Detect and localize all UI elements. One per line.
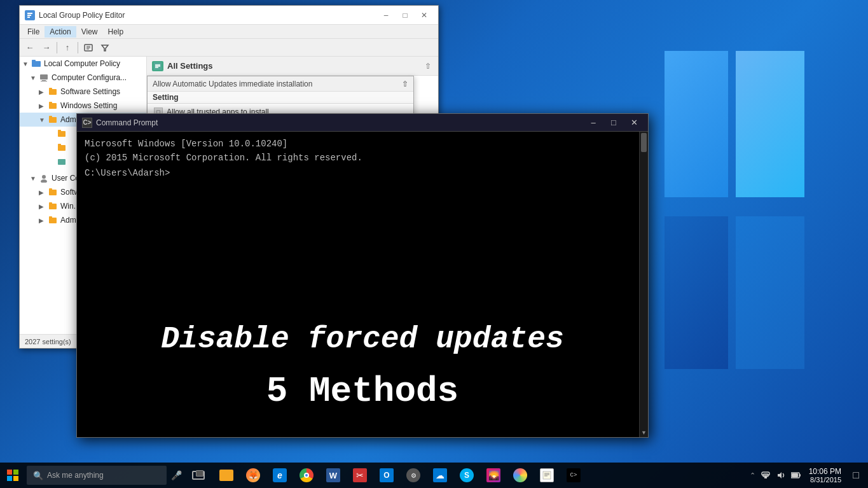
toolbar-separator-2 xyxy=(78,42,78,53)
taskbar-app-photos[interactable]: 🌄 xyxy=(481,463,506,488)
tree-label-sw: Software Settings xyxy=(60,87,120,96)
cmd-scroll-down[interactable]: ▼ xyxy=(640,428,648,437)
menu-action[interactable]: Action xyxy=(45,26,76,38)
clock-date: 8/31/2015 xyxy=(810,476,841,484)
svg-rect-15 xyxy=(49,88,52,90)
cmd-maximize-button[interactable]: □ xyxy=(605,116,623,129)
svg-rect-2 xyxy=(27,15,31,16)
svg-rect-17 xyxy=(49,102,52,104)
policy-selected-name: Allow Automatic Updates immediate instal… xyxy=(153,80,312,88)
taskbar-app-chrome[interactable] xyxy=(294,463,319,488)
svg-rect-23 xyxy=(58,144,61,146)
svg-rect-38 xyxy=(13,470,18,475)
cortana-mic-button[interactable]: 🎤 xyxy=(167,466,186,485)
svg-rect-42 xyxy=(221,471,225,473)
cmd-scrollbar[interactable]: ▲ ▼ xyxy=(639,132,648,437)
svg-rect-43 xyxy=(543,471,551,479)
svg-rect-30 xyxy=(49,202,52,204)
svg-rect-18 xyxy=(49,117,57,123)
tree-arrow-root: ▼ xyxy=(22,60,31,67)
svg-marker-8 xyxy=(102,45,108,51)
toolbar-up-button[interactable]: ↑ xyxy=(60,41,75,55)
toolbar-filter-button[interactable] xyxy=(97,41,113,55)
svg-rect-19 xyxy=(49,116,52,118)
policy-collapse-icon[interactable]: ⇧ xyxy=(402,80,408,88)
toolbar-forward-button[interactable]: → xyxy=(39,41,54,55)
tree-icon-uc xyxy=(39,173,49,183)
taskbar-clock[interactable]: 10:06 PM 8/31/2015 xyxy=(804,463,846,488)
cmd-titlebar: C> Command Prompt – □ ✕ xyxy=(77,114,648,132)
taskbar-app-firefox[interactable]: 🦊 xyxy=(240,463,266,488)
taskbar-app-skype[interactable]: S xyxy=(454,463,479,488)
overlay-subtitle: 5 Methods xyxy=(77,371,648,412)
toolbar-back-button[interactable]: ← xyxy=(22,41,38,55)
search-icon: 🔍 xyxy=(33,471,43,480)
taskbar-app-cmd[interactable]: C> xyxy=(561,463,586,488)
tree-icon-at-sub2 xyxy=(57,143,67,153)
cmd-window-controls: – □ ✕ xyxy=(584,116,643,129)
tree-icon-sw xyxy=(48,87,58,97)
tray-network-icon[interactable] xyxy=(758,463,773,488)
menu-view[interactable]: View xyxy=(76,26,103,38)
taskbar-app-outlook[interactable]: O xyxy=(374,463,399,488)
toolbar-properties-button[interactable] xyxy=(81,41,96,55)
tray-expand-button[interactable]: ⌃ xyxy=(747,471,758,480)
taskbar-app-edge[interactable]: e xyxy=(267,463,293,488)
tree-label-at-sub3 xyxy=(69,157,71,166)
gpe-close-button[interactable]: ✕ xyxy=(415,9,433,22)
svg-rect-1 xyxy=(27,13,32,14)
tree-icon-root xyxy=(31,59,41,69)
menu-file[interactable]: File xyxy=(22,26,45,38)
tree-arrow-ws: ▶ xyxy=(39,102,48,109)
tree-label-ws: Windows Setting xyxy=(60,101,117,110)
taskbar-app-notepad[interactable] xyxy=(534,463,560,488)
toolbar-separator-1 xyxy=(57,42,57,53)
tree-icon-uc-win xyxy=(48,201,58,211)
svg-rect-9 xyxy=(32,61,41,67)
taskbar-app-word[interactable]: W xyxy=(320,463,346,488)
tree-arrow-uc-win: ▶ xyxy=(39,203,48,210)
tree-item-software[interactable]: ▶ Software Settings xyxy=(20,85,146,99)
tray-battery-icon[interactable] xyxy=(789,463,804,488)
start-button[interactable] xyxy=(0,463,25,488)
svg-rect-41 xyxy=(221,473,232,480)
taskbar-app-onedrive[interactable]: ☁ xyxy=(427,463,453,488)
cmd-body: Microsoft Windows [Version 10.0.10240] (… xyxy=(77,132,648,437)
taskbar-search[interactable]: 🔍 Ask me anything xyxy=(27,466,167,485)
tree-label-at-sub2 xyxy=(69,143,71,152)
svg-rect-37 xyxy=(7,470,12,475)
svg-rect-28 xyxy=(49,188,52,190)
svg-rect-11 xyxy=(40,74,48,80)
status-count: 2027 setting(s) xyxy=(25,338,71,345)
taskbar-app-snip[interactable]: ✂ xyxy=(347,463,373,488)
taskbar-app-explorer[interactable] xyxy=(214,463,239,488)
tree-arrow-uc-adm: ▶ xyxy=(39,217,48,224)
gpe-titlebar: Local Group Policy Editor – □ ✕ xyxy=(20,6,438,25)
notification-button[interactable]: □ xyxy=(846,463,865,488)
cmd-scroll-thumb[interactable] xyxy=(641,133,647,152)
tree-item-root[interactable]: ▼ Local Computer Policy xyxy=(20,57,146,71)
settings-col-header: Setting xyxy=(153,93,179,102)
search-placeholder: Ask me anything xyxy=(47,471,104,480)
tree-arrow-uc-soft: ▶ xyxy=(39,189,48,196)
windows-logo-desktop xyxy=(665,51,804,369)
svg-rect-29 xyxy=(49,204,57,209)
taskbar-apps: 🦊 e W ✂ O ⚙ ☁ xyxy=(214,463,586,488)
taskbar-app-spin[interactable]: ⚙ xyxy=(401,463,426,488)
tray-volume-icon[interactable] xyxy=(773,463,789,488)
tree-icon-at-sub3 xyxy=(57,157,67,167)
svg-rect-16 xyxy=(49,103,57,109)
cmd-minimize-button[interactable]: – xyxy=(584,116,602,129)
svg-rect-24 xyxy=(58,159,65,165)
cmd-close-button[interactable]: ✕ xyxy=(625,116,643,129)
gpe-maximize-button[interactable]: □ xyxy=(396,9,414,22)
cmd-line-2: (c) 2015 Microsoft Corporation. All righ… xyxy=(85,151,640,165)
all-settings-close-button[interactable]: ⇧ xyxy=(423,61,433,71)
menu-help[interactable]: Help xyxy=(103,26,129,38)
tree-item-computer-config[interactable]: ▼ Computer Configura... xyxy=(20,71,146,85)
tree-item-windows-settings[interactable]: ▶ Windows Setting xyxy=(20,99,146,113)
gpe-minimize-button[interactable]: – xyxy=(377,9,395,22)
cmd-overlay: Disable forced updates 5 Methods xyxy=(77,321,648,412)
taskbar-taskview-button[interactable] xyxy=(186,463,211,488)
taskbar-app-colorful[interactable] xyxy=(507,463,533,488)
